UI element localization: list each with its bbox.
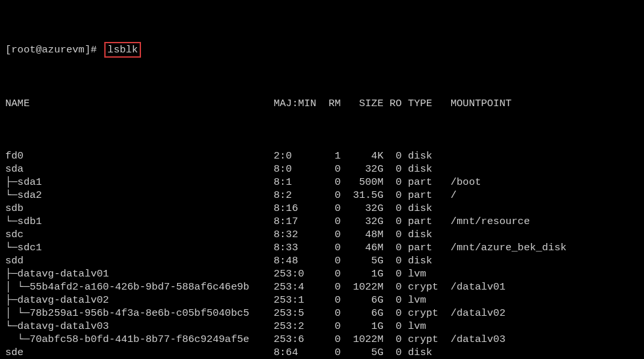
lsblk-row: └─70abfc58-b0fd-441b-8b77-f86c9249af5e 2… [5,333,639,346]
lsblk-row: │ └─78b259a1-956b-4f3a-8e6b-c05bf5040bc5… [5,307,639,320]
lsblk-row: ├─sda1 8:1 0 500M 0 part /boot [5,176,639,189]
terminal-output[interactable]: [root@azurevm]# lsblk NAME MAJ:MIN RM SI… [0,0,644,359]
lsblk-header: NAME MAJ:MIN RM SIZE RO TYPE MOUNTPOINT [5,97,639,110]
lsblk-row: sda 8:0 0 32G 0 disk [5,162,639,176]
lsblk-row: ├─datavg-datalv01 253:0 0 1G 0 lvm [5,267,639,280]
lsblk-row: │ └─55b4afd2-a160-426b-9bd7-588af6c46e9b… [5,280,639,293]
lsblk-row: fd0 2:0 1 4K 0 disk [5,149,639,162]
shell-prompt: [root@azurevm]# [5,43,97,56]
lsblk-row: sdc 8:32 0 48M 0 disk [5,228,639,241]
shell-prompt-line: [root@azurevm]# lsblk [5,42,639,58]
lsblk-row: sdb 8:16 0 32G 0 disk [5,202,639,215]
lsblk-row: sdd 8:48 0 5G 0 disk [5,254,639,267]
lsblk-row: ├─datavg-datalv02 253:1 0 6G 0 lvm [5,293,639,307]
lsblk-rows: fd0 2:0 1 4K 0 disk sda 8:0 0 32G 0 disk… [5,149,639,359]
lsblk-row: └─datavg-datalv03 253:2 0 1G 0 lvm [5,320,639,333]
lsblk-row: sde 8:64 0 5G 0 disk [5,346,639,359]
lsblk-row: └─sda2 8:2 0 31.5G 0 part / [5,189,639,202]
command-highlighted: lsblk [104,42,142,58]
lsblk-row: └─sdc1 8:33 0 46M 0 part /mnt/azure_bek_… [5,241,639,254]
lsblk-row: └─sdb1 8:17 0 32G 0 part /mnt/resource [5,215,639,228]
